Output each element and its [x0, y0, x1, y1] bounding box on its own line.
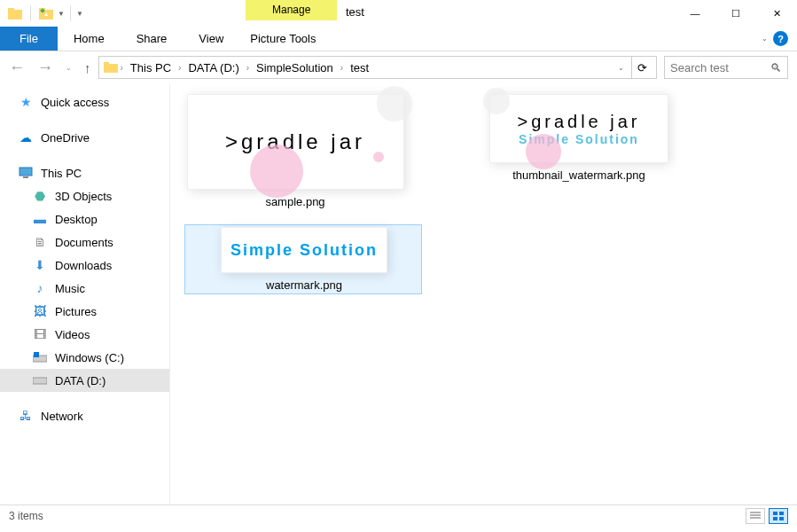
refresh-button[interactable]: ⟳ — [631, 57, 652, 78]
thumb-subtext: Simple Solution — [231, 241, 378, 260]
window-title: test — [346, 5, 364, 19]
tab-picture-tools[interactable]: Picture Tools — [239, 27, 326, 51]
music-icon: ♪ — [32, 280, 48, 296]
sidebar-label: 3D Objects — [55, 190, 112, 203]
properties-icon[interactable] — [36, 4, 56, 23]
qat-customize-icon[interactable]: ▼ — [76, 10, 83, 18]
drive-icon — [32, 349, 48, 365]
sidebar-item-downloads[interactable]: ⬇ Downloads — [0, 254, 169, 277]
sidebar-network[interactable]: 🖧 Network — [0, 404, 169, 427]
svg-rect-18 — [779, 517, 784, 520]
address-dropdown-icon[interactable]: ⌄ — [618, 64, 628, 72]
svg-rect-17 — [773, 517, 777, 520]
navigation-bar: ← → ⌄ ↑ › This PC › DATA (D:) › SimpleSo… — [0, 51, 797, 83]
cube-icon: ⬣ — [32, 188, 48, 204]
thumbnails-view-button[interactable] — [769, 508, 788, 524]
svg-rect-11 — [33, 378, 47, 384]
maximize-button[interactable]: ☐ — [715, 0, 756, 27]
sidebar-label: Quick access — [41, 96, 109, 109]
sidebar-label: Downloads — [55, 259, 112, 272]
chevron-right-icon[interactable]: › — [178, 63, 181, 73]
svg-rect-6 — [104, 62, 109, 65]
chevron-right-icon[interactable]: › — [121, 63, 123, 73]
chevron-down-icon[interactable]: ▼ — [58, 10, 65, 18]
file-pane[interactable]: >gradle jar sample.png >gradle jar Simpl… — [170, 83, 797, 505]
sidebar-label: Windows (C:) — [55, 351, 124, 364]
star-icon: ★ — [18, 94, 34, 110]
sidebar-label: Videos — [55, 328, 90, 341]
sidebar-label: OneDrive — [41, 131, 90, 145]
address-bar[interactable]: › This PC › DATA (D:) › SimpleSolution ›… — [98, 56, 658, 79]
breadcrumb-folder[interactable]: SimpleSolution — [251, 57, 339, 78]
folder-icon — [103, 59, 119, 75]
file-name: thumbnail_watermark.png — [512, 168, 645, 182]
tab-home[interactable]: Home — [58, 27, 121, 51]
file-item[interactable]: >gradle jar Simple Solution thumbnail_wa… — [486, 94, 672, 208]
tab-share[interactable]: Share — [121, 27, 184, 51]
videos-icon: 🎞 — [32, 326, 48, 342]
main-area: ★ Quick access ☁ OneDrive This PC ⬣ 3D O… — [0, 83, 797, 505]
desktop-icon: ▬ — [32, 211, 48, 227]
svg-rect-10 — [34, 352, 39, 357]
sidebar-item-desktop[interactable]: ▬ Desktop — [0, 207, 169, 231]
svg-rect-8 — [23, 176, 28, 178]
sidebar-label: DATA (D:) — [55, 374, 105, 387]
minimize-button[interactable]: — — [675, 0, 715, 27]
sidebar-label: Documents — [55, 236, 113, 249]
search-placeholder: Search test — [670, 61, 729, 74]
sidebar-label: Music — [55, 282, 85, 295]
sidebar-item-documents[interactable]: 🗎 Documents — [0, 231, 169, 254]
ribbon-collapse-icon[interactable]: ⌄ — [762, 35, 768, 43]
thumbnail: Simple Solution — [221, 227, 387, 273]
sidebar-this-pc[interactable]: This PC — [0, 161, 169, 184]
svg-rect-16 — [779, 512, 784, 515]
breadcrumb-current[interactable]: test — [345, 57, 374, 78]
sidebar-onedrive[interactable]: ☁ OneDrive — [0, 126, 169, 149]
documents-icon: 🗎 — [32, 234, 48, 250]
close-button[interactable]: ✕ — [756, 0, 797, 27]
sidebar-item-windows-c[interactable]: Windows (C:) — [0, 346, 169, 369]
pictures-icon: 🖼 — [32, 303, 48, 319]
window-controls: — ☐ ✕ — [675, 0, 797, 27]
breadcrumb-drive[interactable]: DATA (D:) — [183, 57, 244, 78]
thumbnail: >gradle jar Simple Solution — [489, 94, 668, 163]
file-tab[interactable]: File — [0, 27, 58, 51]
separator — [30, 5, 31, 21]
details-view-button[interactable] — [746, 508, 765, 524]
chevron-right-icon[interactable]: › — [246, 63, 249, 73]
nav-buttons: ← → ⌄ ↑ — [9, 59, 91, 77]
tab-view[interactable]: View — [183, 27, 239, 51]
breadcrumb-this-pc[interactable]: This PC — [125, 57, 176, 78]
sidebar-label: Network — [41, 410, 83, 423]
forward-button[interactable]: → — [37, 59, 53, 77]
file-name: watermark.png — [266, 278, 342, 292]
up-button[interactable]: ↑ — [84, 60, 91, 75]
file-item-selected[interactable]: Simple Solution watermark.png — [184, 224, 422, 294]
svg-rect-7 — [20, 168, 32, 176]
search-icon: 🔍︎ — [770, 61, 782, 74]
sidebar-label: This PC — [41, 167, 82, 180]
thumbnail: >gradle jar — [187, 94, 404, 190]
sidebar-item-data-d[interactable]: DATA (D:) — [0, 369, 169, 392]
ribbon-tabs: File Home Share View Picture Tools ⌄ ? — [0, 27, 797, 51]
svg-rect-1 — [8, 8, 14, 11]
file-item[interactable]: >gradle jar sample.png — [184, 94, 406, 208]
help-icon[interactable]: ? — [773, 31, 788, 46]
search-input[interactable]: Search test 🔍︎ — [664, 56, 788, 79]
sidebar-item-videos[interactable]: 🎞 Videos — [0, 323, 169, 346]
back-button[interactable]: ← — [9, 59, 25, 77]
sidebar-item-music[interactable]: ♪ Music — [0, 277, 169, 300]
quick-access-toolbar: ▼ ▼ — [0, 4, 83, 23]
sidebar-label: Pictures — [55, 305, 97, 318]
sidebar-item-pictures[interactable]: 🖼 Pictures — [0, 300, 169, 323]
chevron-right-icon[interactable]: › — [340, 63, 343, 73]
manage-tab[interactable]: Manage — [246, 0, 337, 20]
status-bar: 3 items — [0, 505, 797, 526]
navigation-pane: ★ Quick access ☁ OneDrive This PC ⬣ 3D O… — [0, 83, 170, 505]
sidebar-quick-access[interactable]: ★ Quick access — [0, 90, 169, 113]
sidebar-item-3d-objects[interactable]: ⬣ 3D Objects — [0, 184, 169, 207]
pc-icon — [18, 165, 34, 181]
folder-icon[interactable] — [5, 4, 25, 23]
history-dropdown-icon[interactable]: ⌄ — [66, 64, 72, 72]
thumb-text: >gradle jar — [517, 112, 640, 132]
